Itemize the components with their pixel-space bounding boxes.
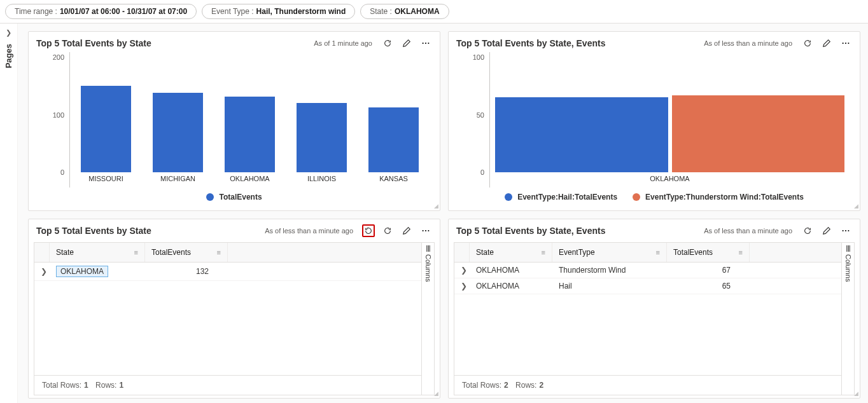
more-icon[interactable]	[839, 224, 852, 237]
refresh-icon[interactable]	[381, 224, 394, 237]
bar[interactable]	[495, 97, 668, 172]
column-menu-icon[interactable]: ≡	[656, 249, 660, 256]
svg-point-1	[425, 43, 426, 44]
columns-icon: ||||	[846, 245, 850, 252]
chevron-right-icon[interactable]: ❯	[6, 29, 11, 37]
tile-bottom-left: Top 5 Total Events by State As of less t…	[28, 219, 440, 399]
svg-point-11	[848, 230, 849, 231]
column-header-state[interactable]: State≡	[470, 243, 552, 262]
svg-point-7	[425, 230, 426, 231]
svg-point-10	[845, 230, 846, 231]
bar[interactable]	[81, 86, 131, 172]
edit-icon[interactable]	[820, 224, 833, 237]
filter-state[interactable]: State : OKLAHOMA	[360, 4, 449, 19]
bar[interactable]	[368, 107, 419, 172]
bar[interactable]	[225, 97, 275, 172]
resize-grip-icon[interactable]	[432, 203, 438, 209]
tile-top-left: Top 5 Total Events by State As of 1 minu…	[28, 31, 440, 211]
table-row[interactable]: ❯OKLAHOMAHail65	[454, 278, 841, 294]
expand-icon[interactable]: ❯	[34, 264, 50, 279]
asof-text: As of less than a minute ago	[265, 227, 353, 235]
more-icon[interactable]	[419, 224, 432, 237]
pages-label: Pages	[4, 44, 13, 68]
table-row[interactable]: ❯OKLAHOMA132	[34, 263, 421, 281]
x-axis-label: OKLAHOMA	[214, 175, 286, 188]
refresh-icon[interactable]	[801, 37, 814, 50]
refresh-icon[interactable]	[381, 37, 394, 50]
svg-point-5	[848, 43, 849, 44]
table-footer: Total Rows:1 Rows:1	[34, 375, 421, 395]
column-menu-icon[interactable]: ≡	[134, 249, 138, 256]
tile-title: Top 5 Total Events by State, Events	[456, 226, 704, 236]
svg-point-8	[428, 230, 429, 231]
bar[interactable]	[153, 93, 203, 172]
asof-text: As of 1 minute ago	[314, 39, 372, 47]
more-icon[interactable]	[419, 37, 432, 50]
more-icon[interactable]	[839, 37, 852, 50]
filter-event-type[interactable]: Event Type : Hail, Thunderstorm wind	[202, 4, 355, 19]
tile-bottom-right: Top 5 Total Events by State, Events As o…	[448, 219, 860, 399]
column-menu-icon[interactable]: ≡	[217, 249, 221, 256]
edit-icon[interactable]	[400, 224, 413, 237]
column-header-totalevents[interactable]: TotalEvents≡	[145, 243, 228, 262]
x-axis-label: ILLINOIS	[286, 175, 358, 188]
columns-icon: ||||	[426, 245, 430, 252]
asof-text: As of less than a minute ago	[704, 39, 792, 47]
refresh-icon[interactable]	[801, 224, 814, 237]
asof-text: As of less than a minute ago	[704, 227, 792, 235]
svg-point-3	[843, 43, 844, 44]
edit-icon[interactable]	[820, 37, 833, 50]
tile-top-right: Top 5 Total Events by State, Events As o…	[448, 31, 860, 211]
columns-panel-toggle[interactable]: |||| Columns	[421, 243, 434, 395]
columns-panel-toggle[interactable]: |||| Columns	[841, 243, 854, 395]
x-axis-label: OKLAHOMA	[490, 175, 850, 188]
filter-time-range[interactable]: Time range : 10/01/07 at 06:00 - 10/31/0…	[5, 4, 197, 19]
x-axis-label: KANSAS	[358, 175, 430, 188]
column-menu-icon[interactable]: ≡	[542, 249, 545, 256]
tile-title: Top 5 Total Events by State	[36, 38, 314, 48]
table-header: State≡ EventType≡ TotalEvents≡	[454, 243, 841, 263]
legend-item[interactable]: TotalEvents	[206, 193, 262, 202]
x-axis-label: MISSOURI	[70, 175, 142, 188]
edit-icon[interactable]	[400, 37, 413, 50]
svg-point-6	[423, 230, 424, 231]
column-header-eventtype[interactable]: EventType≡	[552, 243, 667, 262]
legend-item[interactable]: EventType:Thunderstorm Wind:TotalEvents	[633, 193, 804, 202]
resize-grip-icon[interactable]	[432, 390, 438, 397]
filter-bar: Time range : 10/01/07 at 06:00 - 10/31/0…	[0, 0, 868, 24]
pages-sidebar[interactable]: ❯ Pages	[0, 24, 18, 403]
resize-grip-icon[interactable]	[852, 390, 858, 397]
resize-grip-icon[interactable]	[852, 203, 858, 209]
tile-title: Top 5 Total Events by State, Events	[456, 38, 704, 48]
column-header-state[interactable]: State≡	[50, 243, 145, 262]
reset-icon[interactable]	[362, 224, 375, 237]
bar[interactable]	[297, 103, 347, 172]
tile-title: Top 5 Total Events by State	[36, 226, 265, 236]
column-menu-icon[interactable]: ≡	[739, 249, 743, 256]
legend-item[interactable]: EventType:Hail:TotalEvents	[505, 193, 617, 202]
svg-point-0	[423, 43, 424, 44]
table-header: State≡ TotalEvents≡	[34, 243, 421, 263]
x-axis-label: MICHIGAN	[142, 175, 214, 188]
expand-icon[interactable]: ❯	[454, 278, 470, 294]
column-header-totalevents[interactable]: TotalEvents≡	[667, 243, 750, 262]
expand-icon[interactable]: ❯	[454, 263, 470, 278]
table-row[interactable]: ❯OKLAHOMAThunderstorm Wind67	[454, 263, 841, 278]
svg-point-2	[428, 43, 429, 44]
table-footer: Total Rows:2 Rows:2	[454, 375, 841, 395]
bar[interactable]	[672, 95, 844, 172]
svg-point-4	[845, 43, 846, 44]
svg-point-9	[843, 230, 844, 231]
